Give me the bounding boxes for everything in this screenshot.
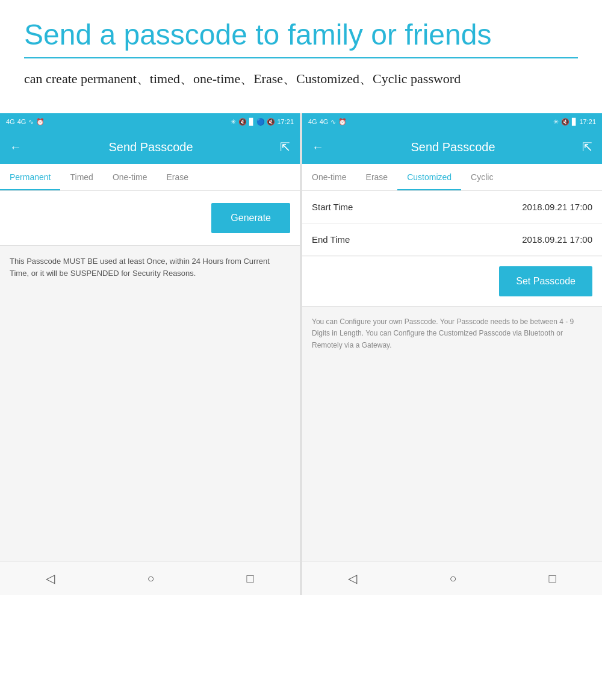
left-mute-icon: 🔇	[238, 118, 247, 126]
right-signal-icon: 4G	[308, 118, 317, 125]
right-back-button[interactable]: ←	[312, 140, 324, 154]
end-time-row[interactable]: End Time 2018.09.21 17:00	[302, 223, 602, 256]
left-content-area: Generate This Passcode MUST BE used at l…	[0, 191, 300, 561]
header-section: Send a passcode to family or friends can…	[0, 0, 602, 101]
left-back-button[interactable]: ←	[10, 140, 22, 154]
right-nav-bar: ◁ ○ □	[302, 561, 602, 595]
left-alarm-icon: ⏰	[36, 118, 45, 126]
right-status-right-icons: ✳ 🔇 ▊ 17:21	[553, 118, 596, 126]
right-tabs-bar: One-time Erase Customized Cyclic	[302, 164, 602, 191]
right-external-link-icon[interactable]: ⇱	[582, 140, 592, 154]
left-status-left-icons: 4G 4G ∿ ⏰	[6, 118, 45, 126]
left-wifi-icon: ∿	[28, 118, 34, 126]
left-phone-screen: 4G 4G ∿ ⏰ ✳ 🔇 ▊ 🔵 🔇 17:21 ← Send Passcod…	[0, 113, 300, 595]
subtitle: can create permanent、timed、one-time、Eras…	[24, 68, 578, 89]
customized-note: You can Configure your own Passcode. You…	[302, 307, 602, 361]
tab-timed[interactable]: Timed	[60, 164, 102, 190]
right-content-area: Start Time 2018.09.21 17:00 End Time 201…	[302, 191, 602, 561]
right-alarm-icon: ⏰	[338, 118, 347, 126]
set-passcode-button[interactable]: Set Passcode	[499, 266, 592, 296]
left-status-right-icons: ✳ 🔇 ▊ 🔵 🔇 17:21	[231, 118, 294, 126]
start-time-label: Start Time	[312, 202, 353, 212]
phones-container: 4G 4G ∿ ⏰ ✳ 🔇 ▊ 🔵 🔇 17:21 ← Send Passcod…	[0, 113, 602, 595]
end-time-label: End Time	[312, 234, 350, 245]
right-tab-one-time[interactable]: One-time	[302, 164, 356, 190]
right-app-title: Send Passcode	[411, 140, 495, 154]
right-mute-icon: 🔇	[561, 118, 569, 126]
start-time-value: 2018.09.21 17:00	[522, 202, 592, 212]
right-tab-erase[interactable]: Erase	[356, 164, 398, 190]
passcode-note: This Passcode MUST BE used at least Once…	[0, 246, 300, 289]
left-home-nav-icon[interactable]: ○	[147, 572, 154, 586]
end-time-value: 2018.09.21 17:00	[522, 234, 592, 245]
left-back-nav-icon[interactable]: ◁	[46, 571, 55, 586]
tab-erase[interactable]: Erase	[157, 164, 198, 190]
right-home-nav-icon[interactable]: ○	[449, 572, 456, 586]
passcode-input-area: Generate	[0, 191, 300, 246]
left-tabs-bar: Permanent Timed One-time Erase	[0, 164, 300, 191]
left-app-header: ← Send Passcode ⇱	[0, 130, 300, 164]
left-signal2-icon: 4G	[17, 118, 26, 125]
right-phone-screen: 4G 4G ∿ ⏰ ✳ 🔇 ▊ 17:21 ← Send Passcode ⇱ …	[302, 113, 602, 595]
left-bluetooth-icon: ✳	[231, 118, 236, 126]
tab-one-time[interactable]: One-time	[103, 164, 157, 190]
right-app-header: ← Send Passcode ⇱	[302, 130, 602, 164]
set-passcode-area: Set Passcode	[302, 257, 602, 307]
right-back-nav-icon[interactable]: ◁	[348, 571, 357, 586]
left-status-bar: 4G 4G ∿ ⏰ ✳ 🔇 ▊ 🔵 🔇 17:21	[0, 113, 300, 130]
left-battery-icon: ▊	[249, 118, 254, 126]
left-nav-bar: ◁ ○ □	[0, 561, 300, 595]
start-time-row[interactable]: Start Time 2018.09.21 17:00	[302, 191, 602, 223]
right-recent-nav-icon[interactable]: □	[548, 572, 556, 586]
right-battery-icon: ▊	[572, 118, 577, 126]
left-recent-nav-icon[interactable]: □	[246, 572, 253, 586]
generate-button[interactable]: Generate	[211, 203, 290, 233]
right-signal2-icon: 4G	[320, 118, 329, 125]
right-tab-cyclic[interactable]: Cyclic	[461, 164, 503, 190]
right-time: 17:21	[579, 118, 596, 125]
right-status-bar: 4G 4G ∿ ⏰ ✳ 🔇 ▊ 17:21	[302, 113, 602, 130]
right-tab-customized[interactable]: Customized	[397, 164, 461, 190]
page-title: Send a passcode to family or friends	[24, 18, 578, 58]
left-app-title: Send Passcode	[108, 140, 193, 154]
left-time: 🔵 🔇 17:21	[256, 118, 294, 126]
right-bluetooth-icon: ✳	[553, 118, 559, 126]
right-wifi-icon: ∿	[330, 118, 336, 126]
tab-permanent[interactable]: Permanent	[0, 164, 60, 190]
left-external-link-icon[interactable]: ⇱	[280, 140, 290, 154]
right-status-left-icons: 4G 4G ∿ ⏰	[308, 118, 347, 126]
left-signal-icon: 4G	[6, 118, 15, 125]
